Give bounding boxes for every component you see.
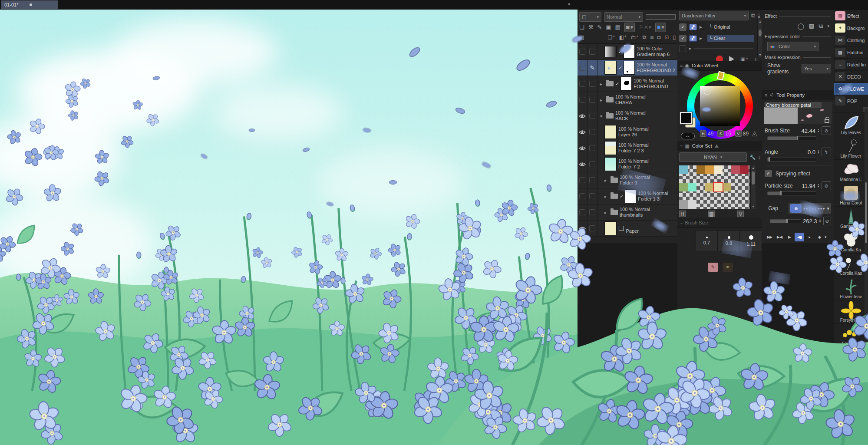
layer-row[interactable]: ▸100 % NormalFolder 9 xyxy=(578,172,677,188)
folder-expand-icon[interactable]: ▾ xyxy=(600,114,605,119)
layer-visibility-toggle[interactable] xyxy=(578,60,587,76)
lock-layer-icon[interactable]: ▣ xyxy=(606,24,611,30)
tone-effect-icon[interactable]: ▩ xyxy=(809,22,814,30)
layer-visibility-toggle[interactable] xyxy=(578,76,587,92)
dialog-setting-icon[interactable]: ▞ xyxy=(689,24,697,30)
swatch[interactable] xyxy=(688,200,696,209)
transparent-color-button[interactable]: 〰 xyxy=(681,133,695,139)
sub-tool-group-deco[interactable]: ✕ DECO xyxy=(834,71,868,83)
new-raster-layer-icon[interactable]: ❏⁺ xyxy=(608,34,615,40)
layer-color-button[interactable]: ■▾ xyxy=(655,23,666,32)
auto-action-copy-icon[interactable]: ⧉ xyxy=(751,12,755,19)
brush-size-preset[interactable]: 0.7 xyxy=(696,231,718,251)
delete-layer-icon[interactable]: ▯ xyxy=(673,34,676,40)
tab-tool-property[interactable]: Tool Property xyxy=(776,92,805,98)
brush-item[interactable]: Garland (E xyxy=(834,207,868,230)
layer-visibility-toggle[interactable] xyxy=(578,204,587,220)
layer-row[interactable]: ✎✓100 % NormalFOREGROUND 2 xyxy=(578,60,677,76)
direction-option-5[interactable]: ▸ xyxy=(805,233,814,241)
layer-row[interactable]: ❏Paper xyxy=(578,221,677,237)
new-vector-layer-icon[interactable]: ◧⁺ xyxy=(619,34,627,40)
layer-row[interactable]: 100 % NormalLayer 26 xyxy=(578,124,677,140)
layer-thumbnail[interactable] xyxy=(604,125,617,139)
enable-mask-button[interactable]: ◙▾ xyxy=(624,23,635,32)
layer-check-column[interactable] xyxy=(587,124,597,140)
swatch-selected[interactable] xyxy=(714,183,723,191)
swatch[interactable] xyxy=(714,165,723,174)
gradient-map-thumbnail[interactable] xyxy=(604,46,617,57)
dialog-setting-icon[interactable]: ▞ xyxy=(689,35,697,42)
layer-visibility-eye-icon[interactable] xyxy=(578,221,587,236)
create-mask-icon[interactable]: ◘ xyxy=(657,34,660,40)
swatch[interactable] xyxy=(679,165,688,174)
color-set-dropdown[interactable]: NYAN▾ xyxy=(679,152,747,162)
blend-mode-dropdown[interactable]: Normal▾ xyxy=(604,12,643,22)
layer-check-column[interactable] xyxy=(587,172,597,188)
brush-item[interactable]: Corolla Ka xyxy=(834,230,868,254)
layer-visibility-eye-icon[interactable] xyxy=(578,124,587,140)
folder-expand-icon[interactable]: ▸ xyxy=(604,194,610,199)
layer-row[interactable]: ▸✓100 % NormalFOREGROUND xyxy=(578,76,677,92)
action-expand-icon[interactable]: ▸ xyxy=(700,24,705,30)
auto-action-import-icon[interactable]: ⤓ xyxy=(758,12,760,19)
expression-color-dropdown[interactable]: ●●● Color▾ xyxy=(767,42,818,51)
brush-list-scrollbar[interactable] xyxy=(865,109,868,343)
layer-palette-option-dropdown[interactable]: ▢▾ xyxy=(579,12,601,22)
swatch[interactable] xyxy=(723,183,731,191)
layer-row[interactable]: ▸✓100 % NormalFolder 1 3 xyxy=(578,188,677,204)
layer-check-column[interactable] xyxy=(587,188,597,204)
layer-list-view-icon[interactable]: ▤ xyxy=(579,34,584,40)
layer-check-column[interactable] xyxy=(587,140,597,156)
brush-item[interactable]: Corolla Kas xyxy=(834,254,868,277)
particle-size-value[interactable]: 11.94 xyxy=(802,183,815,189)
layer-thumbnail[interactable] xyxy=(604,61,617,75)
layer-mask-thumbnail[interactable] xyxy=(625,189,636,203)
auto-action-empty-checkbox[interactable] xyxy=(679,45,686,52)
angle-spinner[interactable]: ▲▼ xyxy=(817,150,820,154)
folder-expand-icon[interactable]: ▸ xyxy=(600,82,605,86)
color-set-menu-icon[interactable]: ≡ xyxy=(680,143,682,148)
layer-thumbnail[interactable] xyxy=(604,157,617,171)
spraying-effect-checkbox[interactable]: ✓ xyxy=(765,170,772,177)
sv-cursor[interactable] xyxy=(704,89,710,95)
new-folder-icon[interactable]: 🗀⁺ xyxy=(631,34,639,40)
layer-thumbnail[interactable] xyxy=(604,141,617,155)
brush-size-spinner[interactable]: ▲▼ xyxy=(817,129,820,133)
swatch-grid[interactable] xyxy=(679,165,749,209)
main-color-swatch[interactable] xyxy=(680,112,692,124)
brush-size-menu-icon[interactable]: ≡ xyxy=(680,220,682,225)
layer-visibility-eye-icon[interactable] xyxy=(578,140,587,156)
swatch[interactable] xyxy=(740,165,749,174)
swatch[interactable] xyxy=(731,165,740,174)
lock-transparent-pixels-icon[interactable]: ▦ xyxy=(615,24,620,30)
swatch[interactable] xyxy=(705,165,714,174)
particle-size-dynamics-button[interactable]: ⊘ xyxy=(822,181,831,190)
pen-tool-icon[interactable]: ✒ xyxy=(723,263,733,272)
swatch-scrollbar[interactable]: ▲ ▼ xyxy=(750,165,756,209)
merge-with-lower-layer-icon[interactable]: ⧈ xyxy=(650,34,653,40)
color-set-edit-icon[interactable]: 🔧 xyxy=(749,155,756,160)
layer-row[interactable]: 100 % NormalFolder 7 2 3 xyxy=(578,140,677,156)
layer-check-column[interactable] xyxy=(587,221,597,236)
brush-size-preset[interactable]: 1.11 xyxy=(740,231,762,251)
direction-more-icon[interactable]: ▾ xyxy=(825,235,827,239)
brush-item[interactable]: Lily leaves xyxy=(834,113,868,136)
auto-action-set-dropdown[interactable]: Daydream Filter▾ xyxy=(679,11,749,20)
brush-size-slider[interactable] xyxy=(767,136,816,140)
auto-action-row[interactable]: ✓ ▞ ▸ └ Original xyxy=(677,21,762,33)
wheel-mode-toggle-icon[interactable]: ◬ xyxy=(752,129,757,137)
brush-item[interactable]: Lily Flower xyxy=(834,136,868,160)
layer-check-column[interactable] xyxy=(587,204,597,220)
brush-size-dynamics-button[interactable]: ⊘ xyxy=(822,126,831,135)
layer-visibility-eye-icon[interactable] xyxy=(578,156,587,172)
layer-mask-thumbnail[interactable] xyxy=(620,77,632,91)
sub-tool-group-backgro[interactable]: ✦ Backgro xyxy=(834,22,868,34)
folder-expand-icon[interactable]: ▸ xyxy=(600,98,605,102)
paper-thumbnail[interactable] xyxy=(604,221,617,235)
pencil-tool-icon[interactable]: ✎ xyxy=(708,263,718,272)
layer-mask-thumbnail[interactable] xyxy=(624,45,635,59)
layer-check-column[interactable] xyxy=(587,108,597,124)
folder-expand-icon[interactable]: ▸ xyxy=(604,178,610,183)
auto-action-checkbox[interactable]: ✓ xyxy=(679,23,686,31)
brush-item[interactable]: Hana Corol xyxy=(834,183,868,207)
